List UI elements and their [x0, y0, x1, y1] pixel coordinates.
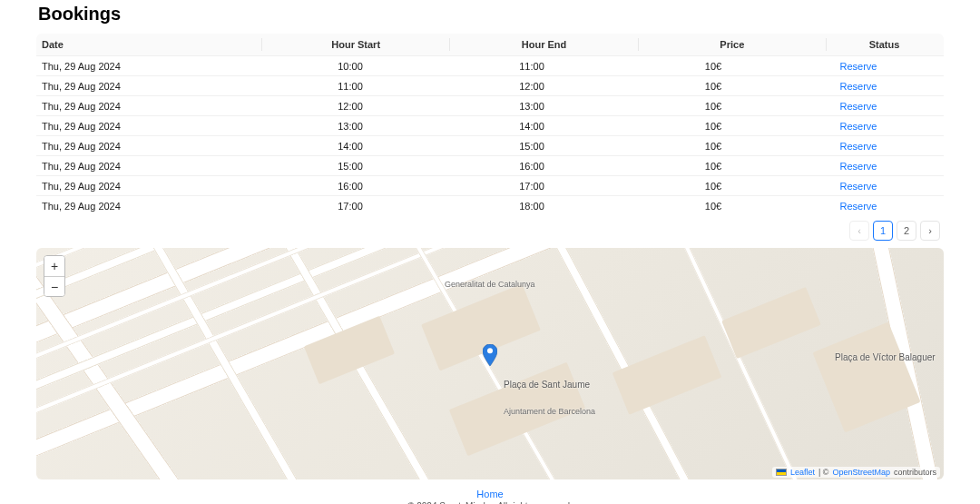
cell-end: 17:00: [441, 181, 622, 192]
cell-date: Thu, 29 Aug 2024: [42, 181, 260, 192]
table-body: Thu, 29 Aug 202410:0011:0010€ReserveThu,…: [36, 55, 944, 215]
map-label-catalunya: Generalitat de Catalunya: [445, 280, 535, 289]
cell-status: Reserve: [804, 121, 913, 132]
cell-status: Reserve: [804, 101, 913, 112]
map-label-balaguer: Plaça de Víctor Balaguer: [835, 352, 936, 362]
attrib-sep: | ©: [818, 468, 828, 477]
cell-date: Thu, 29 Aug 2024: [42, 201, 260, 212]
cell-end: 11:00: [441, 61, 622, 72]
cell-end: 16:00: [441, 161, 622, 172]
cell-date: Thu, 29 Aug 2024: [42, 81, 260, 92]
cell-date: Thu, 29 Aug 2024: [42, 101, 260, 112]
cell-end: 14:00: [441, 121, 622, 132]
pager: ‹ 12 ›: [36, 215, 944, 248]
cell-price: 10€: [622, 61, 804, 72]
cell-start: 15:00: [260, 161, 441, 172]
cell-status: Reserve: [804, 161, 913, 172]
bookings-table: Date Hour Start Hour End Price Status Th…: [36, 34, 944, 215]
map[interactable]: + − Plaça de Sant Jaume Plaça de Víctor …: [36, 248, 944, 479]
cell-price: 10€: [622, 81, 804, 92]
cell-status: Reserve: [804, 181, 913, 192]
cell-price: 10€: [622, 181, 804, 192]
footer-home-link[interactable]: Home: [476, 489, 503, 499]
cell-price: 10€: [622, 141, 804, 152]
cell-date: Thu, 29 Aug 2024: [42, 61, 260, 72]
cell-price: 10€: [622, 101, 804, 112]
zoom-in-button[interactable]: +: [44, 256, 64, 276]
cell-status: Reserve: [804, 81, 913, 92]
col-header-status: Status: [830, 39, 938, 50]
cell-status: Reserve: [804, 61, 913, 72]
svg-point-0: [487, 348, 493, 353]
table-row: Thu, 29 Aug 202414:0015:0010€Reserve: [36, 135, 944, 155]
cell-date: Thu, 29 Aug 2024: [42, 161, 260, 172]
table-row: Thu, 29 Aug 202411:0012:0010€Reserve: [36, 75, 944, 95]
table-row: Thu, 29 Aug 202412:0013:0010€Reserve: [36, 95, 944, 115]
zoom-out-button[interactable]: −: [44, 276, 64, 296]
pager-page-1[interactable]: 1: [873, 221, 893, 241]
table-header-row: Date Hour Start Hour End Price Status: [36, 34, 944, 55]
pager-next[interactable]: ›: [920, 221, 940, 241]
map-label-barcelona: Ajuntament de Barcelona: [504, 407, 595, 416]
table-row: Thu, 29 Aug 202410:0011:0010€Reserve: [36, 55, 944, 75]
cell-start: 13:00: [260, 121, 441, 132]
cell-end: 13:00: [441, 101, 622, 112]
map-marker-icon[interactable]: [483, 344, 497, 366]
reserve-link[interactable]: Reserve: [840, 101, 877, 112]
cell-status: Reserve: [804, 201, 913, 212]
cell-date: Thu, 29 Aug 2024: [42, 141, 260, 152]
page-title: Bookings: [36, 0, 944, 34]
map-attribution: Leaflet | © OpenStreetMap contributors: [772, 467, 940, 478]
reserve-link[interactable]: Reserve: [840, 181, 877, 192]
table-row: Thu, 29 Aug 202413:0014:0010€Reserve: [36, 115, 944, 135]
attrib-contrib: contributors: [894, 468, 936, 477]
cell-end: 12:00: [441, 81, 622, 92]
col-header-date: Date: [42, 39, 258, 50]
cell-price: 10€: [622, 121, 804, 132]
cell-end: 18:00: [441, 201, 622, 212]
reserve-link[interactable]: Reserve: [840, 61, 877, 72]
map-label-sant-jaume: Plaça de Sant Jaume: [504, 380, 590, 390]
cell-date: Thu, 29 Aug 2024: [42, 121, 260, 132]
pager-page-2[interactable]: 2: [897, 221, 916, 241]
table-row: Thu, 29 Aug 202417:0018:0010€Reserve: [36, 195, 944, 215]
col-header-price: Price: [642, 39, 822, 50]
cell-start: 10:00: [260, 61, 441, 72]
cell-end: 15:00: [441, 141, 622, 152]
pager-prev[interactable]: ‹: [849, 221, 869, 241]
map-zoom-control: + −: [44, 255, 65, 297]
cell-start: 12:00: [260, 101, 441, 112]
ukraine-flag-icon: [776, 469, 787, 476]
reserve-link[interactable]: Reserve: [840, 141, 877, 152]
reserve-link[interactable]: Reserve: [840, 121, 877, 132]
cell-status: Reserve: [804, 141, 913, 152]
table-row: Thu, 29 Aug 202415:0016:0010€Reserve: [36, 155, 944, 175]
reserve-link[interactable]: Reserve: [840, 81, 877, 92]
cell-start: 16:00: [260, 181, 441, 192]
reserve-link[interactable]: Reserve: [840, 201, 877, 212]
col-header-start: Hour Start: [266, 39, 446, 50]
col-header-end: Hour End: [454, 39, 633, 50]
table-row: Thu, 29 Aug 202416:0017:0010€Reserve: [36, 175, 944, 195]
reserve-link[interactable]: Reserve: [840, 161, 877, 172]
leaflet-link[interactable]: Leaflet: [790, 468, 815, 477]
cell-price: 10€: [622, 161, 804, 172]
openstreetmap-link[interactable]: OpenStreetMap: [832, 468, 890, 477]
cell-price: 10€: [622, 201, 804, 212]
cell-start: 14:00: [260, 141, 441, 152]
cell-start: 17:00: [260, 201, 441, 212]
cell-start: 11:00: [260, 81, 441, 92]
